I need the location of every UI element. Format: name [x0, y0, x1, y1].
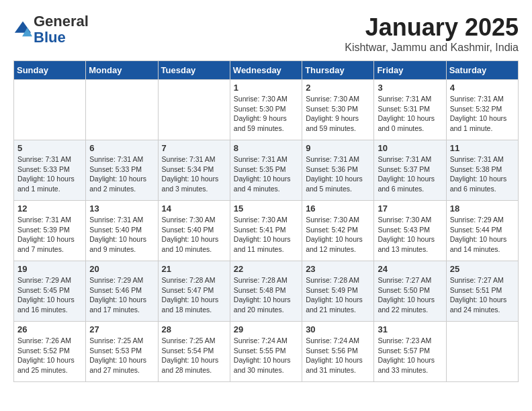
cell-content: Sunrise: 7:23 AM Sunset: 5:57 PM Dayligh…: [378, 336, 442, 375]
cell-content: Sunrise: 7:28 AM Sunset: 5:47 PM Dayligh…: [162, 275, 226, 315]
cell-content: Sunrise: 7:31 AM Sunset: 5:40 PM Dayligh…: [89, 215, 154, 255]
day-number: 23: [306, 264, 370, 274]
day-number: 19: [17, 264, 82, 274]
day-number: 1: [234, 83, 298, 93]
day-number: 17: [378, 203, 442, 214]
day-number: 25: [450, 264, 515, 274]
logo-blue: Blue: [34, 29, 66, 46]
cell-content: Sunrise: 7:30 AM Sunset: 5:42 PM Dayligh…: [306, 215, 370, 255]
cell-content: Sunrise: 7:30 AM Sunset: 5:41 PM Dayligh…: [234, 215, 298, 255]
cell-content: Sunrise: 7:27 AM Sunset: 5:51 PM Dayligh…: [450, 275, 515, 315]
cell-content: Sunrise: 7:31 AM Sunset: 5:32 PM Dayligh…: [450, 94, 515, 134]
logo: General Blue: [13, 13, 89, 46]
day-number: 12: [17, 203, 82, 214]
calendar-cell: 20Sunrise: 7:29 AM Sunset: 5:46 PM Dayli…: [86, 261, 158, 322]
day-number: 30: [306, 324, 370, 334]
calendar-cell: 2Sunrise: 7:30 AM Sunset: 5:30 PM Daylig…: [302, 80, 374, 140]
day-number: 4: [450, 83, 515, 93]
cell-content: Sunrise: 7:30 AM Sunset: 5:30 PM Dayligh…: [234, 94, 298, 134]
day-number: 2: [306, 83, 370, 93]
cell-content: Sunrise: 7:31 AM Sunset: 5:37 PM Dayligh…: [378, 154, 442, 194]
day-number: 9: [306, 143, 370, 153]
weekday-header-monday: Monday: [86, 61, 158, 80]
calendar-week-5: 26Sunrise: 7:26 AM Sunset: 5:52 PM Dayli…: [14, 322, 519, 382]
day-number: 13: [89, 203, 154, 214]
calendar-cell: 25Sunrise: 7:27 AM Sunset: 5:51 PM Dayli…: [446, 261, 518, 322]
calendar-cell: 9Sunrise: 7:31 AM Sunset: 5:36 PM Daylig…: [302, 140, 374, 201]
cell-content: Sunrise: 7:24 AM Sunset: 5:55 PM Dayligh…: [234, 336, 298, 375]
calendar-cell: [446, 322, 518, 382]
calendar-cell: 29Sunrise: 7:24 AM Sunset: 5:55 PM Dayli…: [230, 322, 302, 382]
cell-content: Sunrise: 7:25 AM Sunset: 5:54 PM Dayligh…: [162, 336, 226, 375]
calendar-cell: 5Sunrise: 7:31 AM Sunset: 5:33 PM Daylig…: [14, 140, 86, 201]
day-number: 26: [17, 324, 82, 334]
day-number: 24: [378, 264, 442, 274]
calendar-week-3: 12Sunrise: 7:31 AM Sunset: 5:39 PM Dayli…: [14, 201, 519, 261]
calendar-cell: 30Sunrise: 7:24 AM Sunset: 5:56 PM Dayli…: [302, 322, 374, 382]
calendar-cell: 6Sunrise: 7:31 AM Sunset: 5:33 PM Daylig…: [86, 140, 158, 201]
day-number: 22: [234, 264, 298, 274]
calendar-cell: 4Sunrise: 7:31 AM Sunset: 5:32 PM Daylig…: [446, 80, 518, 140]
calendar-cell: 19Sunrise: 7:29 AM Sunset: 5:45 PM Dayli…: [14, 261, 86, 322]
day-number: 14: [162, 203, 226, 214]
calendar-cell: 15Sunrise: 7:30 AM Sunset: 5:41 PM Dayli…: [230, 201, 302, 261]
cell-content: Sunrise: 7:30 AM Sunset: 5:43 PM Dayligh…: [378, 215, 442, 255]
location-title: Kishtwar, Jammu and Kashmir, India: [345, 42, 519, 54]
day-number: 18: [450, 203, 515, 214]
day-number: 7: [162, 143, 226, 153]
calendar-cell: 16Sunrise: 7:30 AM Sunset: 5:42 PM Dayli…: [302, 201, 374, 261]
cell-content: Sunrise: 7:30 AM Sunset: 5:30 PM Dayligh…: [306, 94, 370, 134]
cell-content: Sunrise: 7:29 AM Sunset: 5:46 PM Dayligh…: [89, 275, 154, 315]
cell-content: Sunrise: 7:29 AM Sunset: 5:45 PM Dayligh…: [17, 275, 82, 315]
cell-content: Sunrise: 7:26 AM Sunset: 5:52 PM Dayligh…: [17, 336, 82, 375]
cell-content: Sunrise: 7:31 AM Sunset: 5:33 PM Dayligh…: [17, 154, 82, 194]
day-number: 11: [450, 143, 515, 153]
calendar-body: 1Sunrise: 7:30 AM Sunset: 5:30 PM Daylig…: [14, 80, 519, 382]
day-number: 10: [378, 143, 442, 153]
calendar-cell: [86, 80, 158, 140]
weekday-header-saturday: Saturday: [446, 61, 518, 80]
calendar-cell: 12Sunrise: 7:31 AM Sunset: 5:39 PM Dayli…: [14, 201, 86, 261]
cell-content: Sunrise: 7:28 AM Sunset: 5:49 PM Dayligh…: [306, 275, 370, 315]
title-block: January 2025 Kishtwar, Jammu and Kashmir…: [345, 13, 519, 54]
calendar-cell: 26Sunrise: 7:26 AM Sunset: 5:52 PM Dayli…: [14, 322, 86, 382]
weekday-header-sunday: Sunday: [14, 61, 86, 80]
day-number: 31: [378, 324, 442, 334]
calendar-cell: [158, 80, 230, 140]
day-number: 6: [89, 143, 154, 153]
calendar-cell: 11Sunrise: 7:31 AM Sunset: 5:38 PM Dayli…: [446, 140, 518, 201]
day-number: 20: [89, 264, 154, 274]
calendar-week-1: 1Sunrise: 7:30 AM Sunset: 5:30 PM Daylig…: [14, 80, 519, 140]
calendar-cell: 17Sunrise: 7:30 AM Sunset: 5:43 PM Dayli…: [374, 201, 446, 261]
cell-content: Sunrise: 7:31 AM Sunset: 5:36 PM Dayligh…: [306, 154, 370, 194]
calendar-cell: 18Sunrise: 7:29 AM Sunset: 5:44 PM Dayli…: [446, 201, 518, 261]
cell-content: Sunrise: 7:31 AM Sunset: 5:34 PM Dayligh…: [162, 154, 226, 194]
calendar-week-4: 19Sunrise: 7:29 AM Sunset: 5:45 PM Dayli…: [14, 261, 519, 322]
calendar-cell: 31Sunrise: 7:23 AM Sunset: 5:57 PM Dayli…: [374, 322, 446, 382]
cell-content: Sunrise: 7:31 AM Sunset: 5:39 PM Dayligh…: [17, 215, 82, 255]
day-number: 27: [89, 324, 154, 334]
calendar-cell: 23Sunrise: 7:28 AM Sunset: 5:49 PM Dayli…: [302, 261, 374, 322]
cell-content: Sunrise: 7:25 AM Sunset: 5:53 PM Dayligh…: [89, 336, 154, 375]
weekday-header-thursday: Thursday: [302, 61, 374, 80]
calendar-cell: 21Sunrise: 7:28 AM Sunset: 5:47 PM Dayli…: [158, 261, 230, 322]
calendar-cell: 28Sunrise: 7:25 AM Sunset: 5:54 PM Dayli…: [158, 322, 230, 382]
calendar-table: SundayMondayTuesdayWednesdayThursdayFrid…: [13, 60, 519, 382]
cell-content: Sunrise: 7:31 AM Sunset: 5:35 PM Dayligh…: [234, 154, 298, 194]
day-number: 29: [234, 324, 298, 334]
day-number: 5: [17, 143, 82, 153]
calendar-cell: 7Sunrise: 7:31 AM Sunset: 5:34 PM Daylig…: [158, 140, 230, 201]
calendar-cell: 10Sunrise: 7:31 AM Sunset: 5:37 PM Dayli…: [374, 140, 446, 201]
cell-content: Sunrise: 7:28 AM Sunset: 5:48 PM Dayligh…: [234, 275, 298, 315]
calendar-cell: 27Sunrise: 7:25 AM Sunset: 5:53 PM Dayli…: [86, 322, 158, 382]
cell-content: Sunrise: 7:31 AM Sunset: 5:33 PM Dayligh…: [89, 154, 154, 194]
calendar-cell: 22Sunrise: 7:28 AM Sunset: 5:48 PM Dayli…: [230, 261, 302, 322]
month-title: January 2025: [345, 13, 519, 42]
cell-content: Sunrise: 7:30 AM Sunset: 5:40 PM Dayligh…: [162, 215, 226, 255]
calendar-cell: 1Sunrise: 7:30 AM Sunset: 5:30 PM Daylig…: [230, 80, 302, 140]
page-header: General Blue January 2025 Kishtwar, Jamm…: [13, 13, 519, 54]
weekday-header-wednesday: Wednesday: [230, 61, 302, 80]
cell-content: Sunrise: 7:24 AM Sunset: 5:56 PM Dayligh…: [306, 336, 370, 375]
weekday-header-tuesday: Tuesday: [158, 61, 230, 80]
cell-content: Sunrise: 7:29 AM Sunset: 5:44 PM Dayligh…: [450, 215, 515, 255]
